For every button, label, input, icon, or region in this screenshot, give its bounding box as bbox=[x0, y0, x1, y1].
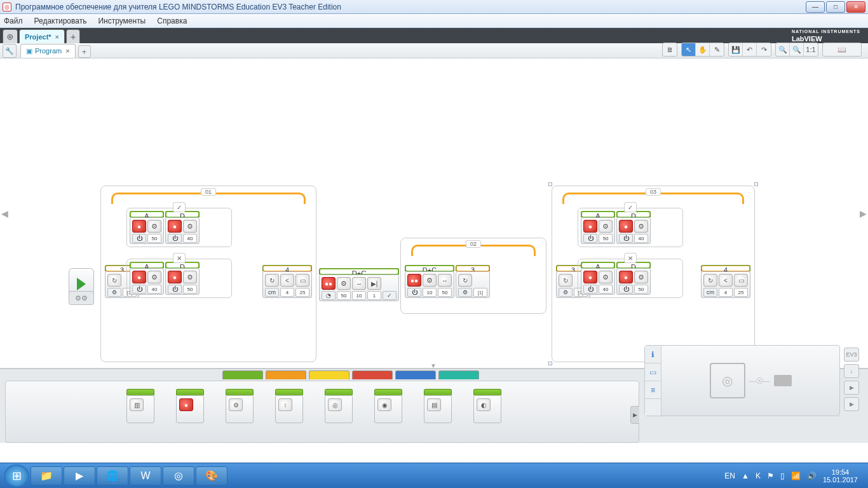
loop-label-2[interactable]: 02 bbox=[466, 240, 481, 248]
palette-tab-myblocks[interactable] bbox=[438, 370, 479, 379]
loop-label-3[interactable]: 03 bbox=[646, 188, 661, 196]
taskbar-app-explorer[interactable]: 📁 bbox=[31, 466, 62, 485]
program-canvas[interactable]: ◀ ▶ ⚙⚙ 01 3 ↻ ⚙[1] ✓ A ●⚙⏻50 bbox=[0, 58, 868, 369]
taskbar-app-chrome[interactable]: 🌐 bbox=[97, 466, 128, 485]
content-editor-button[interactable]: 📖 bbox=[823, 43, 861, 56]
palette-block-sound[interactable]: ◉ bbox=[374, 389, 402, 442]
document-button[interactable]: 🗎 bbox=[663, 43, 677, 56]
menu-edit[interactable]: Редактировать bbox=[34, 17, 87, 25]
language-indicator[interactable]: EN bbox=[724, 471, 735, 480]
palette-tab-sensor[interactable] bbox=[309, 370, 349, 379]
check-icon[interactable]: ✓ bbox=[173, 202, 186, 212]
menu-file[interactable]: Файл bbox=[4, 17, 23, 25]
tray-network-icon[interactable]: 📶 bbox=[791, 471, 801, 480]
tray-kaspersky-icon[interactable]: K bbox=[756, 471, 761, 480]
motor-block-d2[interactable]: D ●⚙⏻50 bbox=[165, 262, 200, 295]
motor-block-a2[interactable]: A ●⚙⏻40 bbox=[130, 262, 164, 295]
menu-tools[interactable]: Инструменты bbox=[98, 17, 146, 25]
motor-block[interactable]: A●⚙⏻40 bbox=[581, 262, 615, 295]
maximize-button[interactable]: □ bbox=[826, 1, 845, 13]
program-add-button[interactable]: + bbox=[78, 45, 91, 58]
mode-icon[interactable]: ⚙ bbox=[107, 288, 121, 297]
minimize-button[interactable]: — bbox=[806, 1, 825, 13]
undo-button[interactable]: ↶ bbox=[743, 43, 757, 56]
loop-end-block-3[interactable]: 4 ↻<▭cm425 bbox=[701, 265, 750, 298]
motor-block[interactable]: A●⚙⏻50 bbox=[581, 211, 615, 244]
zoom-out-button[interactable]: 🔍 bbox=[776, 43, 790, 56]
menu-bar: Файл Редактировать Инструменты Справка bbox=[0, 14, 868, 28]
project-add-button[interactable]: + bbox=[66, 29, 80, 43]
project-tab-close-icon[interactable]: × bbox=[55, 33, 59, 41]
palette-tab-flow[interactable] bbox=[266, 370, 306, 379]
run-button[interactable]: ▶ bbox=[844, 381, 859, 395]
palette-block-move-tank[interactable]: ↕ bbox=[275, 389, 303, 442]
hw-tab-info[interactable]: ℹ bbox=[645, 346, 661, 363]
move-steering-block[interactable]: D+C ●●⚙↔▶|◔50101✓ bbox=[319, 268, 399, 301]
clock[interactable]: 19:54 15.01.2017 bbox=[823, 468, 858, 484]
start-button[interactable]: ⊞ bbox=[4, 464, 29, 487]
motor-block[interactable]: D●⚙⏻50 bbox=[616, 262, 651, 295]
switch-case-false[interactable]: ✕ A ●⚙⏻40 D ●⚙⏻50 bbox=[126, 259, 232, 298]
taskbar-app-paint[interactable]: 🎨 bbox=[196, 466, 227, 485]
program-tab-close-icon[interactable]: × bbox=[65, 47, 69, 55]
motor-block-a[interactable]: A ●⚙⏻50 bbox=[130, 211, 164, 244]
cross-icon[interactable]: ✕ bbox=[624, 253, 637, 263]
hw-tab-bricks[interactable]: ≡ bbox=[645, 381, 661, 399]
palette-block-medium-motor[interactable]: ▥ bbox=[126, 389, 154, 442]
redo-button[interactable]: ↷ bbox=[757, 43, 771, 56]
selection-handle[interactable] bbox=[754, 182, 758, 186]
palette-block-brick-status[interactable]: ▤ bbox=[424, 389, 452, 442]
loop-icon: ↻ bbox=[107, 274, 121, 287]
hw-tab-ports[interactable]: ▭ bbox=[645, 363, 661, 381]
pan-tool-button[interactable]: ✋ bbox=[696, 43, 710, 56]
selection-handle[interactable] bbox=[548, 362, 552, 365]
download-button[interactable]: ↓ bbox=[844, 364, 859, 378]
close-button[interactable]: ✕ bbox=[846, 1, 865, 13]
block-chain: D+C ●●⚙↔▶|◔50101✓ bbox=[319, 268, 400, 301]
save-button[interactable]: 💾 bbox=[729, 43, 743, 56]
loop-end-block[interactable]: 4 ↻<▭ cm425 bbox=[262, 265, 312, 298]
palette-tab-data[interactable] bbox=[352, 370, 393, 379]
palette-block-move-steering[interactable]: ⚙ bbox=[226, 389, 254, 442]
loop-frame-3[interactable]: 03 3 ↻⚙[1] ✓ A●⚙⏻50 D●⚙⏻40 ✕ A●⚙⏻40 D●⚙⏻… bbox=[552, 186, 755, 362]
zoom-reset-button[interactable]: 1:1 bbox=[804, 43, 818, 56]
palette-block-other[interactable]: ◐ bbox=[473, 389, 501, 442]
menu-help[interactable]: Справка bbox=[157, 17, 187, 25]
palette-tab-action[interactable] bbox=[222, 370, 263, 379]
move-steering-block-2[interactable]: D+C ●●⚙↔⏻1050 bbox=[405, 265, 454, 298]
cross-icon[interactable]: ✕ bbox=[173, 253, 186, 263]
comment-tool-button[interactable]: ✎ bbox=[710, 43, 724, 56]
tray-flag-icon[interactable]: ⚑ bbox=[767, 471, 774, 480]
run-selected-button[interactable]: ▶ bbox=[844, 397, 859, 411]
palette-tab-advanced[interactable] bbox=[395, 370, 436, 379]
home-tab[interactable]: ◎ bbox=[3, 29, 18, 43]
taskbar-app-word[interactable]: W bbox=[130, 466, 161, 485]
palette-collapse-button[interactable]: ▶ bbox=[630, 406, 639, 424]
switch-case-false-3[interactable]: ✕ A●⚙⏻40 D●⚙⏻50 bbox=[578, 259, 683, 298]
window-title: Программное обеспечение для учителя LEGO… bbox=[15, 3, 341, 11]
zoom-in-button[interactable]: 🔍 bbox=[790, 43, 804, 56]
pointer-tool-button[interactable]: ↖ bbox=[682, 43, 696, 56]
motor-block-d[interactable]: D ●⚙⏻40 bbox=[165, 211, 200, 244]
loop-frame-1[interactable]: 01 3 ↻ ⚙[1] ✓ A ●⚙⏻50 D bbox=[100, 186, 316, 362]
loop-end-block-2[interactable]: 3 ↻⚙[1] bbox=[456, 265, 490, 298]
taskbar-app-ev3[interactable]: ◎ bbox=[163, 466, 194, 485]
project-properties-button[interactable]: 🔧 bbox=[3, 44, 17, 58]
palette-block-large-motor[interactable]: ● bbox=[176, 389, 204, 442]
tray-volume-icon[interactable]: 🔊 bbox=[807, 471, 817, 480]
windows-taskbar: ⊞ 📁 ▶ 🌐 W ◎ 🎨 EN ▲ K ⚑ ▯ 📶 🔊 19:54 15.01… bbox=[0, 463, 868, 488]
tray-battery-icon[interactable]: ▯ bbox=[780, 471, 785, 480]
loop-frame-2[interactable]: 02 D+C ●●⚙↔⏻1050 3 ↻⚙[1] bbox=[400, 238, 546, 314]
program-tab[interactable]: ▣ Program × bbox=[20, 44, 76, 58]
tray-expand-icon[interactable]: ▲ bbox=[742, 471, 749, 480]
switch-case-true[interactable]: ✓ A ●⚙⏻50 D ●⚙⏻40 bbox=[126, 208, 232, 247]
palette-block-display[interactable]: ◎ bbox=[325, 389, 353, 442]
motor-block[interactable]: D●⚙⏻40 bbox=[616, 211, 651, 244]
check-icon[interactable]: ✓ bbox=[624, 202, 637, 212]
start-block-footer[interactable]: ⚙⚙ bbox=[69, 291, 94, 305]
project-tab[interactable]: Project* × bbox=[19, 29, 65, 43]
loop-label-1[interactable]: 01 bbox=[201, 188, 216, 196]
selection-handle[interactable] bbox=[548, 182, 552, 186]
taskbar-app-media[interactable]: ▶ bbox=[64, 466, 95, 485]
switch-case-true-3[interactable]: ✓ A●⚙⏻50 D●⚙⏻40 bbox=[578, 208, 683, 247]
